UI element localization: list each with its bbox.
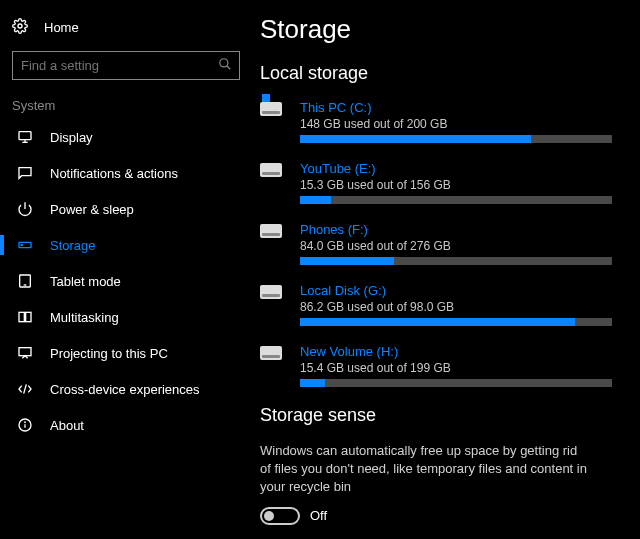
usage-bar [300, 318, 612, 326]
drive-name: New Volume (H:) [300, 344, 612, 359]
hard-drive-icon [260, 100, 286, 143]
project-icon [16, 345, 34, 361]
cross-device-icon [16, 381, 34, 397]
usage-bar [300, 257, 612, 265]
search-container [12, 51, 240, 80]
nav-label: Notifications & actions [50, 166, 178, 181]
usage-bar [300, 379, 612, 387]
home-label: Home [44, 20, 79, 35]
nav-about[interactable]: About [0, 407, 252, 443]
nav-storage[interactable]: Storage [0, 227, 252, 263]
svg-line-2 [227, 66, 231, 70]
drive-name: Local Disk (G:) [300, 283, 612, 298]
nav-multitasking[interactable]: Multitasking [0, 299, 252, 335]
drive-usage: 15.3 GB used out of 156 GB [300, 178, 612, 192]
drive-name: Phones (F:) [300, 222, 612, 237]
tablet-icon [16, 273, 34, 289]
drive-row[interactable]: Phones (F:)84.0 GB used out of 276 GB [260, 222, 612, 265]
drive-usage: 84.0 GB used out of 276 GB [300, 239, 612, 253]
toggle-switch-icon [260, 507, 300, 525]
search-input[interactable] [12, 51, 240, 80]
nav-label: Projecting to this PC [50, 346, 168, 361]
svg-rect-13 [19, 348, 31, 356]
home-nav[interactable]: Home [0, 12, 252, 43]
monitor-icon [16, 129, 34, 145]
svg-rect-11 [19, 312, 24, 321]
storage-sense-description: Windows can automatically free up space … [260, 442, 590, 497]
storage-sense-toggle[interactable]: Off [260, 507, 612, 525]
toggle-state-label: Off [310, 508, 327, 523]
storage-icon [16, 237, 34, 253]
nav-label: Multitasking [50, 310, 119, 325]
nav-label: Cross-device experiences [50, 382, 200, 397]
drive-row[interactable]: YouTube (E:)15.3 GB used out of 156 GB [260, 161, 612, 204]
drive-usage: 15.4 GB used out of 199 GB [300, 361, 612, 375]
nav-tablet[interactable]: Tablet mode [0, 263, 252, 299]
nav-notifications[interactable]: Notifications & actions [0, 155, 252, 191]
search-icon [218, 57, 232, 74]
nav-label: Storage [50, 238, 96, 253]
info-icon [16, 417, 34, 433]
hard-drive-icon [260, 161, 286, 204]
message-icon [16, 165, 34, 181]
sidebar-section-label: System [0, 98, 252, 119]
drive-name: This PC (C:) [300, 100, 612, 115]
hard-drive-icon [260, 222, 286, 265]
gear-icon [12, 18, 28, 37]
svg-point-0 [18, 24, 22, 28]
main-panel: Storage Local storage This PC (C:)148 GB… [252, 0, 640, 539]
drive-row[interactable]: This PC (C:)148 GB used out of 200 GB [260, 100, 612, 143]
svg-point-17 [25, 422, 26, 423]
nav-label: About [50, 418, 84, 433]
svg-point-8 [21, 244, 22, 245]
drive-row[interactable]: New Volume (H:)15.4 GB used out of 199 G… [260, 344, 612, 387]
settings-sidebar: Home System Display Notifications & acti… [0, 0, 252, 539]
drive-name: YouTube (E:) [300, 161, 612, 176]
svg-rect-3 [19, 132, 31, 140]
nav-power[interactable]: Power & sleep [0, 191, 252, 227]
multitasking-icon [16, 309, 34, 325]
nav-projecting[interactable]: Projecting to this PC [0, 335, 252, 371]
drive-list: This PC (C:)148 GB used out of 200 GBYou… [260, 100, 612, 387]
power-icon [16, 201, 34, 217]
drive-usage: 148 GB used out of 200 GB [300, 117, 612, 131]
svg-point-1 [220, 59, 228, 67]
usage-bar [300, 135, 612, 143]
nav-cross-device[interactable]: Cross-device experiences [0, 371, 252, 407]
svg-rect-12 [26, 312, 31, 321]
svg-line-14 [24, 384, 27, 393]
usage-bar [300, 196, 612, 204]
storage-sense-heading: Storage sense [260, 405, 612, 426]
page-title: Storage [260, 14, 612, 45]
settings-nav: Display Notifications & actions Power & … [0, 119, 252, 443]
hard-drive-icon [260, 344, 286, 387]
nav-label: Display [50, 130, 93, 145]
nav-display[interactable]: Display [0, 119, 252, 155]
drive-row[interactable]: Local Disk (G:)86.2 GB used out of 98.0 … [260, 283, 612, 326]
local-storage-heading: Local storage [260, 63, 612, 84]
nav-label: Tablet mode [50, 274, 121, 289]
nav-label: Power & sleep [50, 202, 134, 217]
drive-usage: 86.2 GB used out of 98.0 GB [300, 300, 612, 314]
hard-drive-icon [260, 283, 286, 326]
